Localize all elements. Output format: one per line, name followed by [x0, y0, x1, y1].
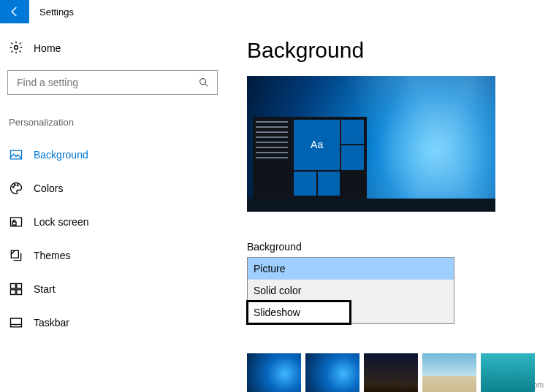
thumbnail[interactable]: [422, 353, 476, 392]
search-icon: [198, 77, 210, 88]
nav-taskbar[interactable]: Taskbar: [7, 306, 218, 339]
themes-icon: [9, 248, 23, 263]
thumbnail[interactable]: [305, 353, 359, 392]
dropdown-option-slideshow[interactable]: Slideshow: [248, 301, 350, 323]
nav-themes[interactable]: Themes: [7, 239, 218, 272]
svg-point-1: [200, 79, 206, 85]
svg-rect-13: [17, 290, 22, 295]
content-pane: Background Aa Background Picture Solid c…: [225, 23, 548, 392]
nav-label: Lock screen: [34, 216, 88, 228]
thumbnail[interactable]: [364, 353, 418, 392]
desktop-preview: Aa: [247, 76, 495, 212]
palette-icon: [9, 181, 23, 196]
window-title: Settings: [39, 7, 74, 18]
nav-label: Themes: [34, 250, 71, 261]
svg-line-2: [205, 84, 208, 87]
background-dropdown-label: Background: [247, 241, 542, 253]
sample-text-tile: Aa: [294, 120, 340, 170]
home-label: Home: [34, 42, 61, 54]
svg-point-4: [12, 187, 14, 188]
thumbnail[interactable]: [481, 353, 535, 392]
picture-icon: [9, 147, 23, 162]
nav-label: Background: [34, 149, 88, 161]
dropdown-option-solid-color[interactable]: Solid color: [248, 280, 454, 301]
nav-lock-screen[interactable]: Lock screen: [7, 205, 218, 239]
nav-label: Start: [34, 283, 56, 295]
nav-label: Taskbar: [34, 317, 69, 328]
sidebar: Home Personalization Background: [0, 23, 225, 392]
svg-point-0: [15, 45, 18, 49]
page-title: Background: [247, 38, 542, 63]
svg-rect-3: [11, 150, 22, 159]
svg-point-6: [17, 185, 18, 186]
back-button[interactable]: [0, 0, 29, 23]
arrow-left-icon: [8, 5, 21, 18]
taskbar-preview: [247, 199, 495, 212]
nav-background[interactable]: Background: [7, 138, 218, 172]
dropdown-option-picture[interactable]: Picture: [248, 258, 454, 280]
svg-rect-11: [17, 284, 22, 289]
svg-rect-8: [12, 222, 16, 225]
home-nav[interactable]: Home: [7, 32, 218, 64]
nav-colors[interactable]: Colors: [7, 172, 218, 205]
svg-rect-12: [11, 290, 16, 295]
svg-rect-14: [11, 318, 22, 327]
section-label: Personalization: [7, 117, 218, 128]
nav-start[interactable]: Start: [7, 272, 218, 306]
background-dropdown[interactable]: Picture Solid color Slideshow: [247, 257, 454, 324]
svg-rect-10: [11, 284, 16, 289]
search-input[interactable]: [15, 76, 183, 89]
svg-point-5: [15, 185, 16, 186]
thumbnail[interactable]: [247, 353, 301, 392]
start-menu-preview: Aa: [253, 117, 367, 199]
taskbar-icon: [9, 315, 23, 330]
title-bar: Settings: [0, 0, 548, 23]
start-icon: [9, 282, 23, 296]
picture-thumbnails: [247, 353, 535, 392]
nav-label: Colors: [34, 182, 63, 194]
svg-rect-9: [11, 250, 18, 258]
search-box[interactable]: [7, 70, 218, 95]
lock-screen-icon: [9, 215, 23, 229]
gear-icon: [9, 40, 23, 57]
